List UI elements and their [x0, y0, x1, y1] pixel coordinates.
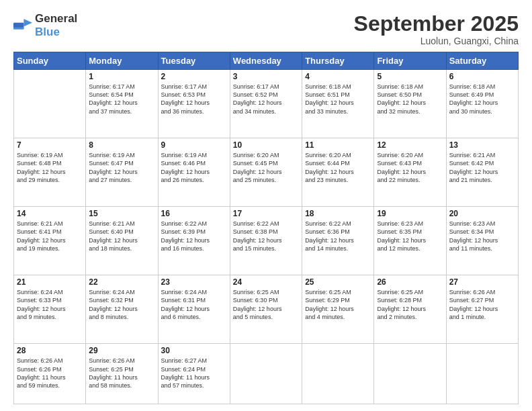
cell-details: Sunrise: 6:20 AM Sunset: 6:43 PM Dayligh… [377, 151, 443, 184]
calendar-cell [374, 344, 446, 404]
calendar-cell: 20Sunrise: 6:23 AM Sunset: 6:34 PM Dayli… [446, 207, 518, 275]
cell-details: Sunrise: 6:17 AM Sunset: 6:52 PM Dayligh… [233, 83, 299, 116]
calendar-table: SundayMondayTuesdayWednesdayThursdayFrid… [13, 52, 519, 404]
calendar-cell: 27Sunrise: 6:26 AM Sunset: 6:27 PM Dayli… [446, 275, 518, 344]
col-header-tuesday: Tuesday [158, 52, 230, 70]
title-block: September 2025 Luolun, Guangxi, China [354, 12, 519, 46]
calendar-cell: 12Sunrise: 6:20 AM Sunset: 6:43 PM Dayli… [374, 138, 446, 207]
calendar-cell: 5Sunrise: 6:18 AM Sunset: 6:50 PM Daylig… [374, 70, 446, 138]
calendar-cell: 4Sunrise: 6:18 AM Sunset: 6:51 PM Daylig… [302, 70, 374, 138]
cell-details: Sunrise: 6:24 AM Sunset: 6:33 PM Dayligh… [17, 288, 83, 321]
header: General Blue September 2025 Luolun, Guan… [13, 12, 519, 46]
day-number: 21 [17, 277, 83, 287]
calendar-row-1: 1Sunrise: 6:17 AM Sunset: 6:54 PM Daylig… [14, 70, 519, 138]
calendar-cell: 17Sunrise: 6:22 AM Sunset: 6:38 PM Dayli… [230, 207, 302, 275]
day-number: 30 [161, 346, 227, 355]
calendar-cell: 18Sunrise: 6:22 AM Sunset: 6:36 PM Dayli… [302, 207, 374, 275]
cell-details: Sunrise: 6:18 AM Sunset: 6:50 PM Dayligh… [377, 83, 443, 116]
day-number: 2 [161, 72, 227, 81]
svg-rect-2 [13, 28, 24, 30]
calendar-cell: 8Sunrise: 6:19 AM Sunset: 6:47 PM Daylig… [86, 138, 158, 207]
day-number: 19 [377, 209, 443, 218]
cell-details: Sunrise: 6:25 AM Sunset: 6:30 PM Dayligh… [233, 288, 299, 321]
calendar-cell: 14Sunrise: 6:21 AM Sunset: 6:41 PM Dayli… [14, 207, 86, 275]
day-number: 23 [161, 277, 227, 287]
cell-details: Sunrise: 6:22 AM Sunset: 6:39 PM Dayligh… [161, 220, 227, 253]
calendar-cell: 22Sunrise: 6:24 AM Sunset: 6:32 PM Dayli… [86, 275, 158, 344]
col-header-saturday: Saturday [446, 52, 518, 70]
calendar-cell: 10Sunrise: 6:20 AM Sunset: 6:45 PM Dayli… [230, 138, 302, 207]
cell-details: Sunrise: 6:21 AM Sunset: 6:41 PM Dayligh… [17, 220, 83, 253]
cell-details: Sunrise: 6:27 AM Sunset: 6:24 PM Dayligh… [161, 357, 227, 390]
calendar-cell: 1Sunrise: 6:17 AM Sunset: 6:54 PM Daylig… [86, 70, 158, 138]
day-number: 5 [377, 72, 443, 81]
cell-details: Sunrise: 6:19 AM Sunset: 6:47 PM Dayligh… [89, 151, 154, 184]
day-number: 22 [89, 277, 154, 287]
col-header-thursday: Thursday [302, 52, 374, 70]
calendar-cell: 15Sunrise: 6:21 AM Sunset: 6:40 PM Dayli… [86, 207, 158, 275]
logo-general: General [35, 12, 77, 25]
logo-icon [13, 19, 32, 32]
day-number: 29 [89, 346, 154, 355]
day-number: 11 [305, 140, 371, 150]
day-number: 10 [233, 140, 299, 150]
cell-details: Sunrise: 6:20 AM Sunset: 6:45 PM Dayligh… [233, 151, 299, 184]
calendar-cell: 11Sunrise: 6:20 AM Sunset: 6:44 PM Dayli… [302, 138, 374, 207]
day-number: 24 [233, 277, 299, 287]
calendar-cell: 28Sunrise: 6:26 AM Sunset: 6:26 PM Dayli… [14, 344, 86, 404]
calendar-cell: 23Sunrise: 6:24 AM Sunset: 6:31 PM Dayli… [158, 275, 230, 344]
logo-text: General Blue [35, 12, 77, 39]
day-number: 18 [305, 209, 371, 218]
cell-details: Sunrise: 6:17 AM Sunset: 6:53 PM Dayligh… [161, 83, 227, 116]
cell-details: Sunrise: 6:20 AM Sunset: 6:44 PM Dayligh… [305, 151, 371, 184]
svg-marker-1 [24, 19, 32, 26]
calendar-row-4: 21Sunrise: 6:24 AM Sunset: 6:33 PM Dayli… [14, 275, 519, 344]
day-number: 9 [161, 140, 227, 150]
calendar-cell [302, 344, 374, 404]
cell-details: Sunrise: 6:17 AM Sunset: 6:54 PM Dayligh… [89, 83, 154, 116]
calendar-cell: 3Sunrise: 6:17 AM Sunset: 6:52 PM Daylig… [230, 70, 302, 138]
cell-details: Sunrise: 6:26 AM Sunset: 6:27 PM Dayligh… [449, 288, 515, 321]
calendar-row-5: 28Sunrise: 6:26 AM Sunset: 6:26 PM Dayli… [14, 344, 519, 404]
logo: General Blue [13, 12, 77, 39]
calendar-cell [446, 344, 518, 404]
day-number: 13 [449, 140, 515, 150]
calendar-cell: 19Sunrise: 6:23 AM Sunset: 6:35 PM Dayli… [374, 207, 446, 275]
day-number: 8 [89, 140, 154, 150]
cell-details: Sunrise: 6:23 AM Sunset: 6:35 PM Dayligh… [377, 220, 443, 253]
day-number: 15 [89, 209, 154, 218]
day-number: 1 [89, 72, 154, 81]
day-number: 20 [449, 209, 515, 218]
calendar-row-3: 14Sunrise: 6:21 AM Sunset: 6:41 PM Dayli… [14, 207, 519, 275]
calendar-cell: 30Sunrise: 6:27 AM Sunset: 6:24 PM Dayli… [158, 344, 230, 404]
calendar-row-2: 7Sunrise: 6:19 AM Sunset: 6:48 PM Daylig… [14, 138, 519, 207]
cell-details: Sunrise: 6:18 AM Sunset: 6:51 PM Dayligh… [305, 83, 371, 116]
day-number: 28 [17, 346, 83, 355]
day-number: 27 [449, 277, 515, 287]
col-header-monday: Monday [86, 52, 158, 70]
calendar-cell [14, 70, 86, 138]
calendar-cell: 29Sunrise: 6:26 AM Sunset: 6:25 PM Dayli… [86, 344, 158, 404]
day-number: 26 [377, 277, 443, 287]
day-number: 4 [305, 72, 371, 81]
calendar-cell: 25Sunrise: 6:25 AM Sunset: 6:29 PM Dayli… [302, 275, 374, 344]
col-header-sunday: Sunday [14, 52, 86, 70]
cell-details: Sunrise: 6:21 AM Sunset: 6:42 PM Dayligh… [449, 151, 515, 184]
cell-details: Sunrise: 6:22 AM Sunset: 6:36 PM Dayligh… [305, 220, 371, 253]
day-number: 14 [17, 209, 83, 218]
cell-details: Sunrise: 6:26 AM Sunset: 6:25 PM Dayligh… [89, 357, 154, 390]
calendar-cell: 21Sunrise: 6:24 AM Sunset: 6:33 PM Dayli… [14, 275, 86, 344]
cell-details: Sunrise: 6:18 AM Sunset: 6:49 PM Dayligh… [449, 83, 515, 116]
month-title: September 2025 [354, 12, 519, 36]
day-number: 16 [161, 209, 227, 218]
day-number: 6 [449, 72, 515, 81]
calendar-cell: 13Sunrise: 6:21 AM Sunset: 6:42 PM Dayli… [446, 138, 518, 207]
header-row: SundayMondayTuesdayWednesdayThursdayFrid… [14, 52, 519, 70]
day-number: 3 [233, 72, 299, 81]
day-number: 17 [233, 209, 299, 218]
calendar-cell: 16Sunrise: 6:22 AM Sunset: 6:39 PM Dayli… [158, 207, 230, 275]
day-number: 12 [377, 140, 443, 150]
cell-details: Sunrise: 6:25 AM Sunset: 6:29 PM Dayligh… [305, 288, 371, 321]
cell-details: Sunrise: 6:23 AM Sunset: 6:34 PM Dayligh… [449, 220, 515, 253]
calendar-cell: 6Sunrise: 6:18 AM Sunset: 6:49 PM Daylig… [446, 70, 518, 138]
